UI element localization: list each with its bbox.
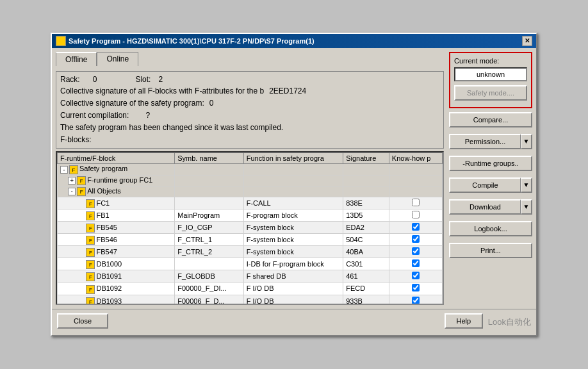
help-button[interactable]: Help xyxy=(445,313,483,329)
window-body: Offline Online Rack: 0 Slot: 2 Collectiv… xyxy=(52,48,536,309)
rack-value: 0 xyxy=(93,74,97,85)
collective-sig-label: Collective signature of all F-blocks wit… xyxy=(60,86,264,97)
cell-func: F-system block xyxy=(243,246,343,258)
khp-checkbox[interactable] xyxy=(412,284,420,291)
close-button[interactable]: Close xyxy=(57,313,108,329)
compilation-row: Current compilation: ? xyxy=(60,110,439,121)
cell-fblock: FDB1091 xyxy=(58,270,175,283)
bottom-bar: Close Help Look自动化 xyxy=(52,309,536,335)
cell-khp[interactable] xyxy=(389,175,442,186)
cell-sig xyxy=(343,175,389,186)
left-panel: Offline Online Rack: 0 Slot: 2 Collectiv… xyxy=(56,52,444,306)
tab-online[interactable]: Online xyxy=(97,52,138,66)
cell-fblock: -FAll Objects xyxy=(58,186,175,197)
download-dropdown-arrow[interactable]: ▼ xyxy=(521,199,532,215)
cell-sig: 13D5 xyxy=(343,209,389,221)
cell-fblock: FDB1092 xyxy=(58,283,175,295)
safety-sig-value: 0 xyxy=(209,98,214,109)
table-row: +FF-runtime group FC1 xyxy=(58,175,443,186)
cell-khp[interactable] xyxy=(389,283,442,295)
cell-sig xyxy=(343,186,389,197)
khp-checkbox[interactable] xyxy=(412,247,420,255)
compile-dropdown-arrow[interactable]: ▼ xyxy=(521,177,532,193)
col-symb: Symb. name xyxy=(175,153,244,164)
cell-sig: FECD xyxy=(343,283,389,295)
cell-khp[interactable] xyxy=(389,234,442,246)
permission-dropdown-arrow[interactable]: ▼ xyxy=(521,134,532,149)
collective-sig-value: 2EED1724 xyxy=(269,86,306,97)
rack-label: Rack: xyxy=(60,74,80,85)
cell-fblock: FFB546 xyxy=(58,234,175,246)
table-row: FDB1000I-DB for F-program blockC301 xyxy=(58,258,443,270)
col-sig: Signature xyxy=(343,153,389,164)
khp-checkbox[interactable] xyxy=(412,199,420,206)
cell-fblock: FFB1 xyxy=(58,209,175,221)
download-button[interactable]: Download xyxy=(449,199,521,215)
compile-btn-group: Compile ▼ xyxy=(449,177,532,193)
table-row: FFC1F-CALL838E xyxy=(58,197,443,209)
cell-fblock: FDB1093 xyxy=(58,295,175,305)
permission-button[interactable]: Permission... xyxy=(449,134,521,149)
compile-button[interactable]: Compile xyxy=(449,177,521,193)
cell-symb: F00006_F_D... xyxy=(175,295,244,305)
current-mode-box: Current mode: unknown Safety mode.... xyxy=(449,52,532,108)
tab-bar: Offline Online xyxy=(56,52,444,66)
table-row: FDB1091F_GLOBDBF shared DB461 xyxy=(58,270,443,283)
cell-khp[interactable] xyxy=(389,164,442,175)
cell-fblock: FFB547 xyxy=(58,246,175,258)
khp-checkbox[interactable] xyxy=(412,297,420,304)
cell-sig xyxy=(343,164,389,175)
safety-sig-label: Collective signature of the safety progr… xyxy=(60,98,204,109)
cell-func: F shared DB xyxy=(243,270,343,283)
info-section: Rack: 0 Slot: 2 Collective signature of … xyxy=(56,71,444,149)
khp-checkbox[interactable] xyxy=(412,211,420,218)
cell-sig: EDA2 xyxy=(343,221,389,233)
print-button[interactable]: Print... xyxy=(449,243,532,258)
main-window: Safety Program - HGZD\SIMATIC 300(1)\CPU… xyxy=(51,33,537,337)
cell-khp[interactable] xyxy=(389,209,442,221)
cell-sig: 40BA xyxy=(343,246,389,258)
table-row: FFB545F_IO_CGPF-system blockEDA2 xyxy=(58,221,443,233)
logbook-button[interactable]: Logbook... xyxy=(449,221,532,236)
watermark: Look自动化 xyxy=(488,316,531,328)
cell-khp[interactable] xyxy=(389,186,442,197)
cell-func: F I/O DB xyxy=(243,283,343,295)
compare-button[interactable]: Compare... xyxy=(449,112,532,127)
cell-fblock: FFC1 xyxy=(58,197,175,209)
khp-checkbox[interactable] xyxy=(412,259,420,267)
slot-label: Slot: xyxy=(135,74,151,85)
cell-func: F I/O DB xyxy=(243,295,343,305)
cell-func xyxy=(243,175,343,186)
cell-khp[interactable] xyxy=(389,197,442,209)
cell-symb xyxy=(175,164,244,175)
cell-khp[interactable] xyxy=(389,295,442,305)
cell-func: F-system block xyxy=(243,221,343,233)
right-panel: Current mode: unknown Safety mode.... Co… xyxy=(449,52,532,306)
cell-fblock: FDB1000 xyxy=(58,258,175,270)
collective-sig-row: Collective signature of all F-blocks wit… xyxy=(60,86,439,97)
khp-checkbox[interactable] xyxy=(412,235,420,243)
cell-khp[interactable] xyxy=(389,258,442,270)
fblocks-table-container[interactable]: F-runtime/F-block Symb. name Function in… xyxy=(56,151,444,305)
cell-symb xyxy=(175,186,244,197)
khp-checkbox[interactable] xyxy=(412,223,420,231)
cell-khp[interactable] xyxy=(389,221,442,233)
runtime-groups-button[interactable]: -Runtime groups.. xyxy=(449,156,532,171)
cell-khp[interactable] xyxy=(389,246,442,258)
cell-symb: F_CTRL_1 xyxy=(175,234,244,246)
cell-fblock: -FSafety program xyxy=(58,164,175,175)
col-fblock: F-runtime/F-block xyxy=(58,153,175,164)
table-row: FDB1092F00000_F_DI...F I/O DBFECD xyxy=(58,283,443,295)
tab-offline[interactable]: Offline xyxy=(56,52,97,66)
close-icon[interactable]: ✕ xyxy=(522,36,532,46)
current-mode-label: Current mode: xyxy=(454,57,527,65)
cell-func: F-system block xyxy=(243,234,343,246)
cell-khp[interactable] xyxy=(389,270,442,283)
cell-symb: F_IO_CGP xyxy=(175,221,244,233)
safety-mode-button[interactable]: Safety mode.... xyxy=(454,85,527,101)
cell-symb: MainProgram xyxy=(175,209,244,221)
table-row: FDB1093F00006_F_D...F I/O DB933B xyxy=(58,295,443,305)
cell-func: F-CALL xyxy=(243,197,343,209)
cell-func xyxy=(243,164,343,175)
khp-checkbox[interactable] xyxy=(412,272,420,279)
